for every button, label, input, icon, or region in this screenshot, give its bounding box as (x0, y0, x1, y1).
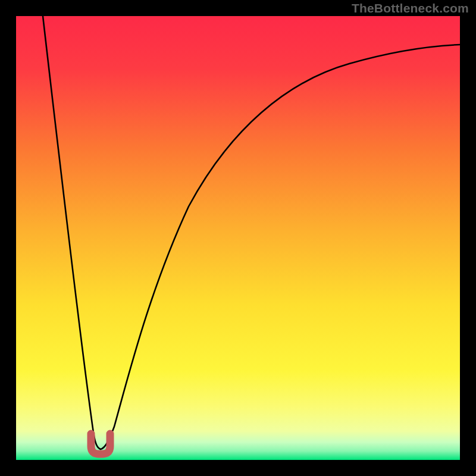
plot-area (16, 16, 460, 460)
chart-container: TheBottleneck.com (0, 0, 476, 476)
gradient-background (16, 16, 460, 460)
chart-svg (16, 16, 460, 460)
attribution-text: TheBottleneck.com (352, 1, 469, 15)
